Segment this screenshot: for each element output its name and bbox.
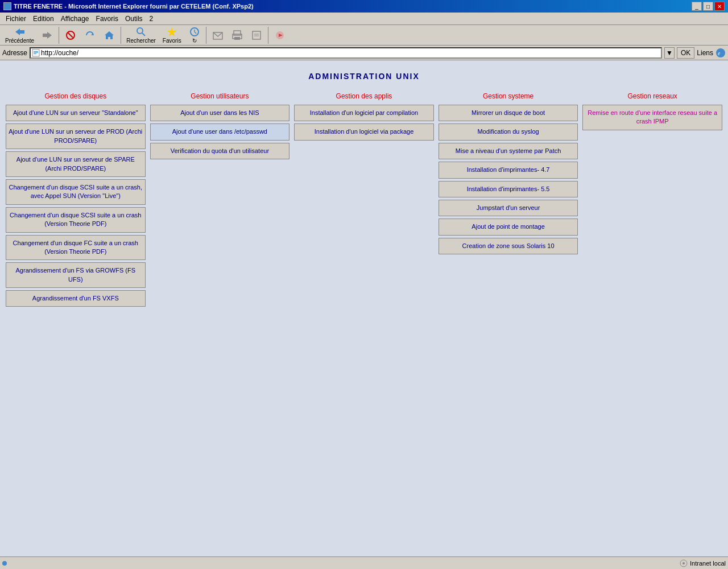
- refresh-button[interactable]: [81, 28, 99, 43]
- history-button[interactable]: ↻: [185, 24, 204, 46]
- svg-marker-7: [105, 31, 114, 39]
- btn-patch[interactable]: Mise a niveau d'un systeme par Patch: [439, 143, 578, 159]
- minimize-button[interactable]: _: [692, 2, 702, 11]
- svg-rect-16: [253, 31, 260, 39]
- search-icon: [135, 26, 147, 38]
- header-gestion-utilisateurs: Gestion utilisateurs: [150, 92, 290, 100]
- header-gestion-applis: Gestion des applis: [294, 92, 434, 100]
- refresh-icon: [84, 30, 96, 41]
- back-icon: [14, 26, 26, 38]
- home-icon: [104, 30, 115, 41]
- column-gestion-applis: Gestion des applis Installation d'un log…: [294, 92, 434, 141]
- close-button[interactable]: ✕: [714, 2, 725, 11]
- btn-zone-solaris10[interactable]: Creation de zone sous Solaris 10: [439, 238, 578, 254]
- menu-affichage[interactable]: Affichage: [57, 14, 93, 24]
- status-indicator: [2, 561, 7, 566]
- history-icon: [189, 26, 200, 38]
- media-button[interactable]: [271, 28, 289, 43]
- window-title: TITRE FENETRE - Microsoft Internet Explo…: [14, 3, 254, 10]
- btn-user-nis[interactable]: Ajout d'un user dans les NIS: [150, 105, 290, 121]
- btn-fs-growfs[interactable]: Agrandissement d'un FS via GROWFS (FS UF…: [6, 262, 146, 288]
- content-area: ADMINISTRATION UNIX Gestion des disques …: [0, 60, 728, 556]
- btn-fs-vxfs[interactable]: Agrandissement d'un FS VXFS: [6, 290, 146, 307]
- toolbar-sep-1: [59, 27, 59, 44]
- status-bar: Intranet local: [0, 556, 728, 569]
- print-button[interactable]: [228, 28, 246, 43]
- edit-icon: [251, 30, 262, 41]
- svg-marker-2: [47, 32, 52, 39]
- svg-line-5: [68, 33, 73, 38]
- address-input[interactable]: [41, 49, 660, 57]
- window-icon: [3, 2, 11, 10]
- btn-interface-ipmp[interactable]: Remise en route d'une interface reseau s…: [582, 105, 722, 130]
- btn-disque-fc[interactable]: Changement d'un disque FC suite a un cra…: [6, 235, 146, 261]
- stop-icon: [65, 30, 76, 41]
- header-gestion-systeme: Gestion systeme: [439, 92, 578, 100]
- stop-button[interactable]: [61, 28, 80, 43]
- toolbar-sep-4: [268, 27, 268, 44]
- address-bar: Adresse ▼ OK Liens e: [0, 46, 728, 60]
- mail-button[interactable]: [209, 28, 227, 43]
- favorites-button[interactable]: Favoris: [160, 24, 184, 46]
- btn-lun-standalone[interactable]: Ajout d'une LUN sur un serveur "Standalo…: [6, 105, 146, 121]
- links-label: Liens: [697, 49, 713, 57]
- svg-line-9: [142, 33, 145, 36]
- btn-logiciel-package[interactable]: Installation d'un logiciel via package: [294, 123, 434, 140]
- menu-edition[interactable]: Edition: [30, 14, 57, 24]
- toolbar: Précédente Rechercher Favoris: [0, 25, 728, 46]
- btn-user-passwd[interactable]: Ajout d'une user dans /etc/passwd: [150, 123, 290, 140]
- edit-button[interactable]: [247, 28, 266, 43]
- btn-point-montage[interactable]: Ajout de point de montage: [439, 218, 578, 235]
- forward-button[interactable]: [38, 28, 56, 43]
- btn-disque-scsi-live[interactable]: Changement d'un disque SCSI suite a un c…: [6, 179, 146, 205]
- page-title: ADMINISTRATION UNIX: [6, 72, 722, 81]
- address-input-container: [30, 47, 662, 59]
- svg-rect-13: [234, 31, 241, 35]
- go-button[interactable]: OK: [677, 47, 694, 59]
- btn-quota-user[interactable]: Verification du quota d'un utilisateur: [150, 143, 290, 159]
- page-icon: [32, 49, 40, 57]
- toolbar-sep-3: [206, 27, 206, 44]
- menu-outils[interactable]: Outils: [122, 14, 146, 24]
- toolbar-sep-2: [121, 27, 121, 44]
- column-gestion-disques: Gestion des disques Ajout d'une LUN sur …: [6, 92, 146, 307]
- columns-container: Gestion des disques Ajout d'une LUN sur …: [6, 92, 722, 307]
- intranet-icon: [680, 559, 688, 567]
- ie-logo: e: [715, 48, 726, 58]
- svg-point-28: [682, 562, 685, 564]
- forward-icon: [42, 30, 53, 41]
- title-bar: TITRE FENETRE - Microsoft Internet Explo…: [0, 0, 728, 13]
- column-gestion-utilisateurs: Gestion utilisateurs Ajout d'un user dan…: [150, 92, 290, 159]
- svg-marker-10: [167, 27, 176, 36]
- svg-point-8: [137, 28, 143, 34]
- print-icon: [231, 30, 243, 41]
- back-button[interactable]: Précédente: [2, 24, 37, 46]
- menu-2[interactable]: 2: [146, 14, 157, 24]
- btn-imprimantes-47[interactable]: Installation d'imprimantes- 4.7: [439, 162, 578, 178]
- svg-rect-23: [34, 52, 38, 53]
- search-button[interactable]: Rechercher: [123, 24, 159, 46]
- btn-jumpstart[interactable]: Jumpstart d'un serveur: [439, 200, 578, 216]
- menu-bar: Fichier Edition Affichage Favoris Outils…: [0, 13, 728, 25]
- header-gestion-disques: Gestion des disques: [6, 92, 146, 100]
- home-button[interactable]: [100, 28, 118, 43]
- btn-disque-scsi-theorie[interactable]: Changement d'un disque SCSI suite a un c…: [6, 207, 146, 233]
- btn-modif-syslog[interactable]: Modification du syslog: [439, 123, 578, 140]
- btn-logiciel-compilation[interactable]: Installation d'un logiciel par compilati…: [294, 105, 434, 121]
- svg-rect-3: [43, 34, 47, 37]
- btn-mirrorer-boot[interactable]: Mirrorer un disque de boot: [439, 105, 578, 121]
- btn-imprimantes-55[interactable]: Installation d'imprimantes- 5.5: [439, 181, 578, 197]
- address-label: Adresse: [2, 49, 27, 57]
- menu-favoris[interactable]: Favoris: [93, 14, 122, 24]
- menu-fichier[interactable]: Fichier: [2, 14, 30, 24]
- column-gestion-systeme: Gestion systeme Mirrorer un disque de bo…: [439, 92, 578, 254]
- btn-lun-spare[interactable]: Ajout d'une LUN sur un serveur de SPARE …: [6, 151, 146, 177]
- svg-text:e: e: [718, 50, 721, 56]
- svg-rect-15: [234, 37, 240, 40]
- address-dropdown[interactable]: ▼: [664, 47, 675, 59]
- mail-icon: [212, 30, 224, 41]
- btn-lun-prod[interactable]: Ajout d'une LUN sur un serveur de PROD (…: [6, 123, 146, 149]
- svg-rect-22: [34, 51, 38, 52]
- maximize-button[interactable]: □: [703, 2, 713, 11]
- column-gestion-reseaux: Gestion reseaux Remise en route d'une in…: [582, 92, 722, 130]
